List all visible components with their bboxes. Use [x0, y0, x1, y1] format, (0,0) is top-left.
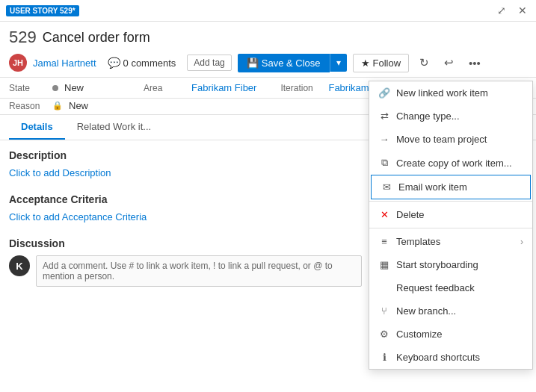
iteration-label: Iteration	[280, 83, 322, 93]
left-panel: Description Click to add Description Acc…	[0, 140, 372, 368]
menu-item-label: Email work item	[398, 181, 467, 193]
menu-icon: ⚙	[378, 329, 390, 340]
menu-item-new-linked-work-item[interactable]: 🔗New linked work item	[369, 81, 532, 105]
title-bar: USER STORY 529* ⤢ ✕	[0, 0, 536, 22]
header-actions: JH Jamal Hartnett 💬 0 comments Add tag 💾…	[9, 53, 527, 72]
user-name[interactable]: Jamal Hartnett	[33, 57, 96, 69]
menu-item-keyboard-shortcuts[interactable]: ℹKeyboard shortcuts	[369, 346, 532, 369]
state-dot	[52, 85, 58, 91]
menu-item-email-work-item[interactable]: ✉Email work item	[371, 175, 531, 199]
menu-item-label: Move to team project	[396, 134, 487, 145]
description-title: Description	[9, 149, 362, 161]
discussion-title: Discussion	[9, 237, 362, 249]
menu-item-request-feedback[interactable]: Request feedback	[369, 276, 532, 299]
work-item-badge: USER STORY 529*	[6, 5, 79, 16]
save-icon: 💾	[247, 57, 259, 69]
follow-icon: ★	[361, 57, 370, 69]
description-placeholder[interactable]: Click to add Description	[9, 167, 362, 178]
area-field: Area Fabrikam Fiber	[144, 82, 256, 93]
expand-button[interactable]: ⤢	[494, 3, 509, 18]
avatar: JH	[9, 54, 27, 72]
menu-item-new-branch[interactable]: ⑂New branch...	[369, 299, 532, 323]
menu-item-move-to-team-project[interactable]: →Move to team project	[369, 128, 532, 151]
menu-icon: ⇄	[378, 111, 390, 122]
discussion-input[interactable]: Add a comment. Use # to link a work item…	[36, 255, 362, 287]
menu-icon: ⧉	[378, 157, 390, 169]
lock-icon: 🔒	[52, 101, 63, 111]
state-field: State New	[9, 82, 84, 93]
save-close-group: 💾 Save & Close ▾	[238, 54, 347, 72]
menu-icon: ▦	[378, 259, 390, 270]
add-tag-button[interactable]: Add tag	[187, 55, 231, 71]
reason-value[interactable]: New	[69, 100, 88, 111]
menu-item-label: Change type...	[396, 111, 460, 122]
close-button[interactable]: ✕	[515, 3, 530, 18]
acceptance-criteria-section: Acceptance Criteria Click to add Accepta…	[9, 193, 362, 223]
menu-item-label: Delete	[396, 209, 425, 220]
menu-item-label: Start storyboarding	[396, 259, 478, 270]
state-value[interactable]: New	[64, 82, 84, 93]
follow-button[interactable]: ★ Follow	[353, 54, 410, 72]
work-item-title: 529 Cancel order form	[9, 28, 527, 47]
work-item-name: Cancel order form	[43, 30, 150, 46]
reason-label: Reason	[9, 101, 46, 111]
tab-related-work[interactable]: Related Work it...	[65, 115, 163, 140]
description-section: Description Click to add Description	[9, 149, 362, 178]
save-close-button[interactable]: 💾 Save & Close	[238, 54, 330, 72]
submenu-arrow-icon: ›	[520, 237, 523, 247]
menu-item-templates[interactable]: ≡Templates›	[369, 230, 532, 253]
acceptance-criteria-placeholder[interactable]: Click to add Acceptance Criteria	[9, 211, 362, 223]
menu-icon: ✉	[381, 181, 392, 193]
work-item-id: 529	[9, 28, 37, 47]
area-iter-section: Area Fabrikam Fiber Iteration Fabrikam F…	[144, 82, 394, 93]
tab-details[interactable]: Details	[9, 115, 65, 140]
menu-item-create-copy-of-work-item[interactable]: ⧉Create copy of work item...	[369, 151, 532, 175]
menu-icon: →	[378, 134, 390, 145]
discussion-section: Discussion K Add a comment. Use # to lin…	[9, 237, 362, 287]
area-label: Area	[144, 83, 185, 93]
menu-item-label: New linked work item	[396, 87, 488, 99]
more-button[interactable]: •••	[464, 54, 485, 72]
main-header: 529 Cancel order form JH Jamal Hartnett …	[0, 22, 536, 78]
title-bar-left: USER STORY 529*	[6, 5, 79, 16]
menu-icon: ≡	[378, 236, 390, 247]
menu-item-customize[interactable]: ⚙Customize	[369, 323, 532, 346]
menu-item-label: Customize	[396, 329, 442, 340]
dropdown-menu: 🔗New linked work item⇄Change type...→Mov…	[369, 81, 533, 370]
title-bar-right: ⤢ ✕	[494, 3, 530, 18]
menu-item-label: New branch...	[396, 305, 456, 317]
save-dropdown-button[interactable]: ▾	[330, 54, 347, 72]
menu-item-label: Keyboard shortcuts	[396, 352, 480, 363]
undo-button[interactable]: ↩	[440, 53, 458, 72]
menu-item-label: Request feedback	[396, 282, 475, 293]
discussion-avatar: K	[9, 255, 30, 276]
menu-item-change-type[interactable]: ⇄Change type...	[369, 105, 532, 128]
menu-item-label: Create copy of work item...	[396, 158, 512, 169]
menu-icon: 🔗	[378, 87, 390, 99]
state-label: State	[9, 83, 46, 93]
menu-item-delete[interactable]: ✕Delete	[369, 203, 532, 226]
acceptance-criteria-title: Acceptance Criteria	[9, 193, 362, 205]
menu-icon: ⑂	[378, 305, 390, 317]
refresh-button[interactable]: ↻	[415, 53, 434, 72]
menu-icon: ✕	[378, 209, 390, 220]
area-value[interactable]: Fabrikam Fiber	[191, 82, 256, 93]
menu-item-label: Templates	[396, 236, 440, 247]
menu-icon: ℹ	[378, 352, 390, 363]
comment-icon: 💬	[108, 57, 120, 69]
menu-item-start-storyboarding[interactable]: ▦Start storyboarding	[369, 253, 532, 276]
comment-button[interactable]: 💬 0 comments	[102, 54, 182, 72]
discussion-row: K Add a comment. Use # to link a work it…	[9, 255, 362, 287]
